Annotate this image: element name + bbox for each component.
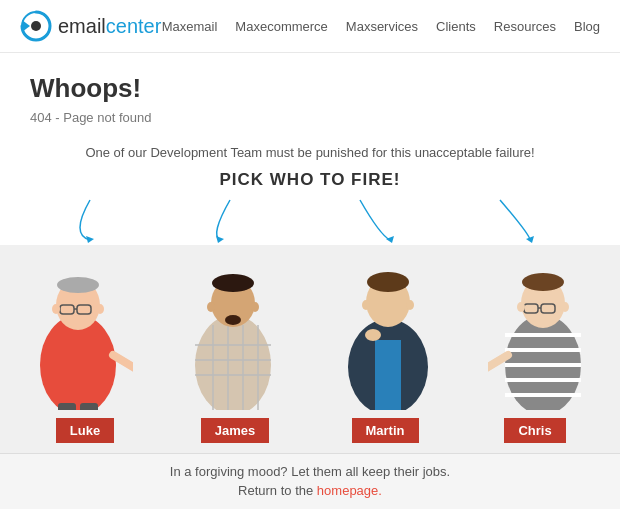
- svg-point-34: [367, 272, 409, 292]
- svg-point-50: [561, 302, 569, 312]
- svg-marker-1: [22, 20, 30, 32]
- subtitle-text: One of our Development Team must be puni…: [30, 145, 590, 160]
- nav-clients[interactable]: Clients: [436, 19, 476, 34]
- svg-point-18: [195, 315, 271, 410]
- svg-marker-4: [216, 236, 224, 243]
- svg-point-27: [212, 274, 254, 292]
- svg-marker-3: [86, 236, 94, 243]
- svg-rect-17: [80, 403, 98, 410]
- luke-button[interactable]: Luke: [56, 418, 114, 443]
- svg-marker-6: [526, 236, 534, 243]
- luke-cell: Luke: [20, 418, 150, 443]
- name-row: Luke James Martin Chris: [0, 410, 620, 453]
- logo: emailcenter: [20, 10, 161, 42]
- svg-point-35: [365, 329, 381, 341]
- svg-point-13: [52, 304, 60, 314]
- nav-maxservices[interactable]: Maxservices: [346, 19, 418, 34]
- nav-maxemail[interactable]: Maxemail: [162, 19, 218, 34]
- site-header: emailcenter Maxemail Maxecommerce Maxser…: [0, 0, 620, 53]
- whoops-heading: Whoops!: [30, 73, 590, 104]
- return-text: Return to the homepage.: [20, 483, 600, 498]
- svg-point-14: [96, 304, 104, 314]
- main-nav: Maxemail Maxecommerce Maxservices Client…: [162, 19, 600, 34]
- svg-rect-16: [58, 403, 76, 410]
- svg-point-49: [517, 302, 525, 312]
- svg-line-15: [113, 355, 133, 370]
- person-james: [168, 255, 298, 410]
- svg-point-30: [251, 302, 259, 312]
- svg-point-37: [406, 300, 414, 310]
- james-cell: James: [170, 418, 300, 443]
- person-luke: [13, 255, 143, 410]
- person-martin: [323, 255, 453, 410]
- svg-marker-5: [386, 236, 394, 243]
- center-section: One of our Development Team must be puni…: [30, 145, 590, 245]
- nav-resources[interactable]: Resources: [494, 19, 556, 34]
- nav-blog[interactable]: Blog: [574, 19, 600, 34]
- martin-button[interactable]: Martin: [352, 418, 419, 443]
- logo-text: emailcenter: [58, 15, 161, 38]
- logo-icon: [20, 10, 52, 42]
- svg-point-28: [225, 315, 241, 325]
- martin-cell: Martin: [320, 418, 450, 443]
- bottom-bar: In a forgiving mood? Let them all keep t…: [0, 453, 620, 509]
- homepage-link[interactable]: homepage.: [317, 483, 382, 498]
- pick-title: PICK WHO TO FIRE!: [30, 170, 590, 190]
- main-content: Whoops! 404 - Page not found One of our …: [0, 53, 620, 245]
- svg-point-9: [57, 277, 99, 293]
- person-luke-figure: [23, 255, 133, 410]
- svg-line-51: [488, 355, 508, 370]
- person-james-figure: [178, 255, 288, 410]
- person-chris: [478, 255, 608, 410]
- james-button[interactable]: James: [201, 418, 269, 443]
- forgiving-text: In a forgiving mood? Let them all keep t…: [20, 464, 600, 479]
- svg-point-2: [31, 21, 41, 31]
- arrows-svg: [30, 195, 590, 245]
- chris-cell: Chris: [470, 418, 600, 443]
- people-section: [0, 245, 620, 410]
- nav-maxecommerce[interactable]: Maxecommerce: [235, 19, 327, 34]
- error-code: 404 - Page not found: [30, 110, 590, 125]
- svg-point-45: [522, 273, 564, 291]
- svg-point-29: [207, 302, 215, 312]
- svg-point-36: [362, 300, 370, 310]
- person-martin-figure: [333, 255, 443, 410]
- person-chris-figure: [488, 255, 598, 410]
- arrows-area: [30, 195, 590, 245]
- chris-button[interactable]: Chris: [504, 418, 565, 443]
- svg-rect-32: [375, 340, 401, 410]
